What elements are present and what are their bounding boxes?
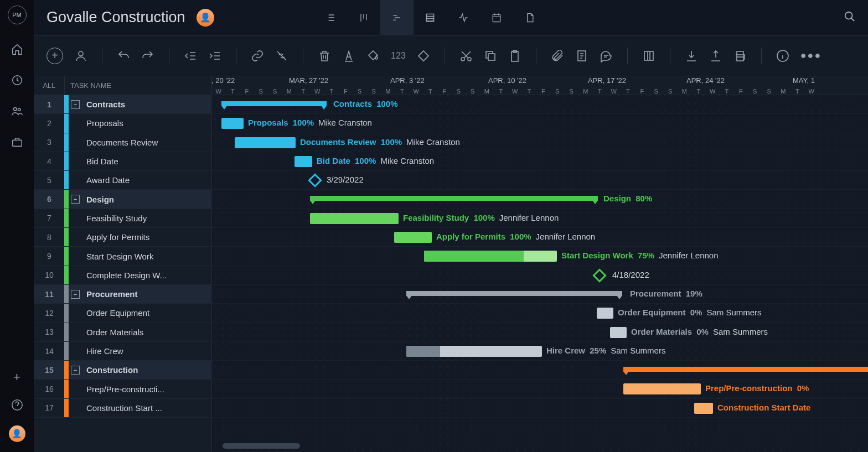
notes-icon[interactable]	[575, 49, 588, 63]
import-icon[interactable]	[685, 49, 698, 63]
svg-point-7	[845, 12, 852, 19]
gantt-row: Prep/Pre-construction 0%	[211, 380, 868, 398]
task-name-label: Construction	[83, 365, 138, 375]
gantt-task-bar[interactable]	[694, 403, 713, 414]
home-icon[interactable]	[11, 43, 23, 55]
task-row[interactable]: 8Apply for Permits	[34, 228, 211, 247]
view-calendar-icon[interactable]	[480, 0, 513, 35]
task-row[interactable]: 4Bid Date	[34, 152, 211, 171]
clock-icon[interactable]	[11, 74, 23, 86]
gantt-summary-bar[interactable]	[310, 196, 598, 201]
task-row[interactable]: 12Order Equipment	[34, 304, 211, 323]
outdent-icon[interactable]	[184, 49, 197, 63]
more-icon[interactable]: ●●●	[800, 50, 822, 61]
gantt-task-bar[interactable]	[424, 251, 557, 262]
task-row[interactable]: 5Award Date	[34, 171, 211, 190]
columns-icon[interactable]	[642, 49, 655, 63]
task-row[interactable]: 3Documents Review	[34, 133, 211, 152]
col-task-name[interactable]: TASK NAME	[65, 81, 211, 90]
gantt-milestone[interactable]	[308, 173, 322, 187]
gantt-bar-label: Hire Crew 25%Sam Summers	[546, 346, 665, 355]
search-button[interactable]	[844, 11, 856, 25]
paste-icon[interactable]	[508, 49, 521, 63]
gantt-chart[interactable]: , 20 '22 MAR, 27 '22APR, 3 '22APR, 10 '2…	[211, 76, 868, 452]
task-group-row[interactable]: 15−Construction	[34, 361, 211, 380]
project-owner-avatar[interactable]: 👤	[197, 9, 214, 27]
task-group-row[interactable]: 6−Design	[34, 190, 211, 209]
help-icon[interactable]	[11, 399, 23, 411]
gantt-task-bar[interactable]	[221, 118, 244, 129]
gantt-summary-bar[interactable]	[623, 367, 868, 372]
task-row[interactable]: 10Complete Design W...	[34, 266, 211, 285]
collapse-icon[interactable]: −	[71, 195, 80, 204]
view-sheet-icon[interactable]	[414, 0, 447, 35]
view-activity-icon[interactable]	[447, 0, 480, 35]
task-row[interactable]: 13Order Materials	[34, 323, 211, 342]
app-logo[interactable]: PM	[8, 6, 27, 24]
undo-icon[interactable]	[117, 49, 130, 63]
gantt-bar-label: Documents Review 100%Mike Cranston	[300, 137, 460, 147]
gantt-row: Order Materials 0%Sam Summers	[211, 323, 868, 342]
gantt-task-bar[interactable]	[310, 213, 399, 224]
comment-icon[interactable]	[600, 49, 613, 63]
gantt-bar-label: Feasibility Study 100%Jennifer Lennon	[403, 213, 559, 222]
view-board-icon[interactable]	[347, 0, 380, 35]
add-task-button[interactable]: +	[46, 48, 63, 64]
view-gantt-icon[interactable]	[380, 0, 414, 35]
user-avatar[interactable]: 👤	[9, 425, 25, 442]
task-row[interactable]: 2Proposals	[34, 114, 211, 133]
view-file-icon[interactable]	[513, 0, 546, 35]
task-name-label: Contracts	[83, 100, 125, 109]
timeline-day: M	[480, 88, 494, 95]
fill-color-icon[interactable]	[366, 49, 380, 63]
timeline-day: W	[804, 88, 819, 95]
col-all[interactable]: ALL	[34, 81, 64, 90]
gantt-task-bar[interactable]	[597, 308, 613, 319]
timeline-partial: , 20 '22	[211, 76, 235, 85]
task-group-row[interactable]: 1−Contracts	[34, 95, 211, 114]
attachment-icon[interactable]	[551, 49, 564, 63]
unlink-icon[interactable]	[275, 49, 288, 63]
add-icon[interactable]: +	[13, 370, 20, 385]
task-row[interactable]: 16Prep/Pre-constructi...	[34, 380, 211, 398]
redo-icon[interactable]	[141, 49, 154, 63]
print-icon[interactable]	[733, 49, 747, 63]
gantt-summary-bar[interactable]	[406, 291, 622, 296]
timeline-day: T	[621, 88, 636, 95]
task-row[interactable]: 14Hire Crew	[34, 342, 211, 361]
timeline-day: S	[452, 88, 466, 95]
export-icon[interactable]	[709, 49, 722, 63]
gantt-task-bar[interactable]	[623, 383, 701, 394]
gantt-milestone[interactable]	[592, 268, 606, 282]
info-icon[interactable]	[776, 49, 789, 63]
gantt-task-bar[interactable]	[406, 346, 542, 357]
collapse-icon[interactable]: −	[71, 366, 80, 375]
indent-icon[interactable]	[208, 49, 221, 63]
svg-rect-3	[12, 140, 22, 146]
cut-icon[interactable]	[459, 49, 473, 63]
milestone-icon[interactable]	[417, 49, 430, 63]
collapse-icon[interactable]: −	[71, 100, 80, 109]
delete-icon[interactable]	[318, 49, 331, 63]
assign-icon[interactable]	[74, 49, 87, 63]
gantt-task-bar[interactable]	[294, 156, 312, 167]
gantt-summary-bar[interactable]	[221, 101, 327, 106]
briefcase-icon[interactable]	[11, 136, 23, 148]
collapse-icon[interactable]: −	[71, 290, 80, 299]
text-color-icon[interactable]	[342, 49, 355, 63]
copy-icon[interactable]	[484, 49, 497, 63]
timeline-day: S	[550, 88, 565, 95]
gantt-task-bar[interactable]	[235, 137, 296, 148]
task-row[interactable]: 17Construction Start ...	[34, 399, 211, 418]
toolbar-number[interactable]: 123	[391, 51, 406, 61]
task-row[interactable]: 7Feasibility Study	[34, 209, 211, 228]
team-icon[interactable]	[11, 105, 23, 117]
view-list-icon[interactable]	[314, 0, 347, 35]
gantt-task-bar[interactable]	[394, 232, 432, 243]
link-icon[interactable]	[251, 49, 264, 63]
horizontal-scrollbar[interactable]	[223, 443, 300, 449]
task-group-row[interactable]: 11−Procurement	[34, 285, 211, 304]
task-row[interactable]: 9Start Design Work	[34, 247, 211, 266]
gantt-row: Start Design Work 75%Jennifer Lennon	[211, 247, 868, 266]
gantt-task-bar[interactable]	[610, 327, 627, 338]
